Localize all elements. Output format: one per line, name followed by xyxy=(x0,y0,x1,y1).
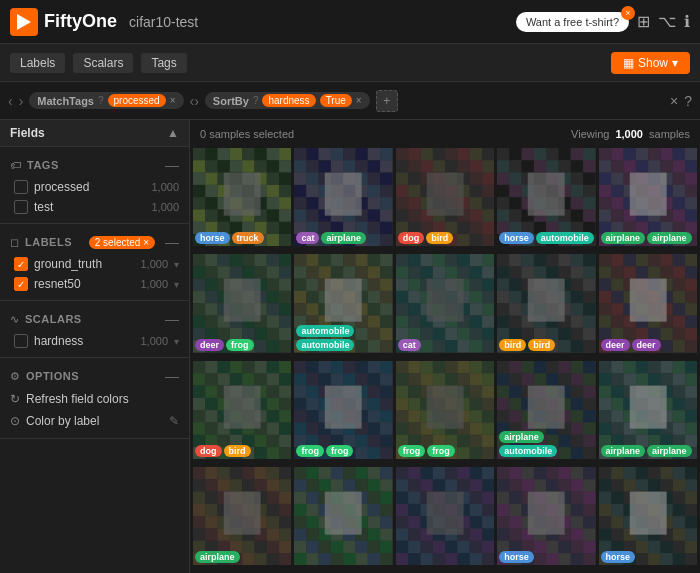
svg-rect-523 xyxy=(534,254,546,266)
fields-chevron-icon[interactable]: ▲ xyxy=(167,126,179,140)
svg-rect-195 xyxy=(497,148,509,160)
sidebar-item-processed[interactable]: processed 1,000 xyxy=(0,177,189,197)
scalars-section-header[interactable]: ∿ SCALARS — xyxy=(0,307,189,331)
svg-rect-598 xyxy=(660,267,672,279)
grid-cell[interactable]: deerfrog xyxy=(193,254,291,352)
svg-rect-326 xyxy=(205,254,217,266)
grid-cell[interactable]: horseautomobile xyxy=(497,148,595,246)
svg-rect-138 xyxy=(396,160,408,172)
match-tags-close-icon[interactable]: × xyxy=(170,95,176,106)
svg-rect-1208 xyxy=(571,516,583,528)
tab-labels[interactable]: Labels xyxy=(10,53,65,73)
svg-rect-1086 xyxy=(368,528,380,540)
grid-cell[interactable]: cat xyxy=(396,254,494,352)
svg-rect-171 xyxy=(408,209,420,221)
hardness-arrow-icon[interactable]: ▾ xyxy=(174,336,179,347)
grid-cell[interactable]: horsetruck xyxy=(193,148,291,246)
labels-collapse-icon[interactable]: — xyxy=(165,234,179,250)
tags-collapse-icon[interactable]: — xyxy=(165,157,179,173)
sidebar-item-ground-truth[interactable]: ✓ ground_truth 1,000 ▾ xyxy=(0,254,189,274)
svg-rect-147 xyxy=(408,173,420,185)
promo-close-button[interactable]: × xyxy=(621,6,635,20)
grid-cell[interactable]: airplaneautomobile xyxy=(497,361,595,459)
ground-truth-arrow-icon[interactable]: ▾ xyxy=(174,259,179,270)
svg-rect-599 xyxy=(672,267,684,279)
cell-labels: frogfrog xyxy=(296,445,353,457)
svg-rect-120 xyxy=(380,222,392,234)
color-by-label-option[interactable]: ⊙ Color by label ✎ xyxy=(0,410,189,432)
hardness-checkbox[interactable] xyxy=(14,334,28,348)
refresh-colors-option[interactable]: ↻ Refresh field colors xyxy=(0,388,189,410)
ground-truth-checkbox[interactable]: ✓ xyxy=(14,257,28,271)
sort-by-filter[interactable]: SortBy ? hardness True × xyxy=(205,92,370,109)
grid-cell[interactable]: horse xyxy=(599,467,697,565)
options-section-header[interactable]: ⚙ OPTIONS — xyxy=(0,364,189,388)
svg-rect-273 xyxy=(660,160,672,172)
grid-cell[interactable]: frogfrog xyxy=(396,361,494,459)
options-collapse-icon[interactable]: — xyxy=(165,368,179,384)
svg-rect-194 xyxy=(427,173,464,216)
github-icon[interactable]: ⌥ xyxy=(658,12,676,31)
grid-cell[interactable] xyxy=(294,467,392,565)
match-tags-filter[interactable]: MatchTags ? processed × xyxy=(29,92,183,109)
sort-by-close-icon[interactable]: × xyxy=(356,95,362,106)
resnet50-arrow-icon[interactable]: ▾ xyxy=(174,279,179,290)
svg-rect-976 xyxy=(205,467,217,479)
filter-right-arrow[interactable]: › xyxy=(19,93,24,109)
svg-rect-1045 xyxy=(356,467,368,479)
filter-left-arrow[interactable]: ‹ xyxy=(8,93,13,109)
filter-mid-arrow[interactable]: ‹› xyxy=(190,93,199,109)
sidebar-item-test[interactable]: test 1,000 xyxy=(0,197,189,217)
svg-rect-479 xyxy=(396,291,408,303)
tab-tags[interactable]: Tags xyxy=(141,53,186,73)
test-checkbox[interactable] xyxy=(14,200,28,214)
tags-section-header[interactable]: 🏷 TAGS — xyxy=(0,153,189,177)
svg-rect-1173 xyxy=(534,467,546,479)
color-by-label-edit-icon[interactable]: ✎ xyxy=(169,414,179,428)
labels-section-header[interactable]: ◻ LABELS 2 selected × — xyxy=(0,230,189,254)
add-filter-button[interactable]: + xyxy=(376,90,398,112)
sidebar-item-resnet50[interactable]: ✓ resnet50 1,000 ▾ xyxy=(0,274,189,294)
svg-rect-714 xyxy=(224,385,261,428)
sort-by-info-icon[interactable]: ? xyxy=(253,95,259,106)
cell-label-frog: frog xyxy=(427,445,455,457)
svg-rect-66 xyxy=(307,148,319,160)
filter-help-icon[interactable]: ? xyxy=(684,93,692,109)
grid-cell[interactable]: deerdeer xyxy=(599,254,697,352)
grid-cell[interactable] xyxy=(396,467,494,565)
grid-cell[interactable]: airplaneairplane xyxy=(599,148,697,246)
match-tags-info-icon[interactable]: ? xyxy=(98,95,104,106)
labels-selected-badge[interactable]: 2 selected × xyxy=(89,236,155,249)
show-button[interactable]: ▦ Show ▾ xyxy=(611,52,690,74)
grid-cell[interactable]: birdbird xyxy=(497,254,595,352)
sidebar-item-hardness[interactable]: hardness 1,000 ▾ xyxy=(0,331,189,351)
resnet50-checkbox[interactable]: ✓ xyxy=(14,277,28,291)
svg-rect-1099 xyxy=(331,553,343,565)
tab-scalars[interactable]: Scalars xyxy=(73,53,133,73)
svg-rect-910 xyxy=(599,361,611,373)
filter-bar: ‹ › MatchTags ? processed × ‹› SortBy ? … xyxy=(0,82,700,120)
fields-header[interactable]: Fields ▲ xyxy=(0,120,189,147)
svg-rect-1087 xyxy=(380,528,392,540)
svg-rect-130 xyxy=(396,148,408,160)
grid-cell[interactable]: catairplane xyxy=(294,148,392,246)
refresh-icon: ↻ xyxy=(10,392,20,406)
grid-cell[interactable]: dogbird xyxy=(193,361,291,459)
scalars-collapse-icon[interactable]: — xyxy=(165,311,179,327)
grid-cell[interactable]: frogfrog xyxy=(294,361,392,459)
grid-cell[interactable]: automobileautomobile xyxy=(294,254,392,352)
grid-cell[interactable]: dogbird xyxy=(396,148,494,246)
options-icon: ⚙ xyxy=(10,370,20,383)
processed-checkbox[interactable] xyxy=(14,180,28,194)
grid-icon[interactable]: ⊞ xyxy=(637,12,650,31)
svg-rect-585 xyxy=(599,254,611,266)
info-icon[interactable]: ℹ xyxy=(684,12,690,31)
svg-rect-1112 xyxy=(482,467,494,479)
grid-cell[interactable]: horse xyxy=(497,467,595,565)
grid-cell[interactable]: airplaneairplane xyxy=(599,361,697,459)
grid-cell[interactable]: airplane xyxy=(193,467,291,565)
svg-rect-155 xyxy=(408,185,420,197)
promo-banner[interactable]: × Want a free t-shirt? xyxy=(516,12,629,32)
clear-filters-icon[interactable]: × xyxy=(670,93,678,109)
svg-rect-340 xyxy=(279,267,291,279)
